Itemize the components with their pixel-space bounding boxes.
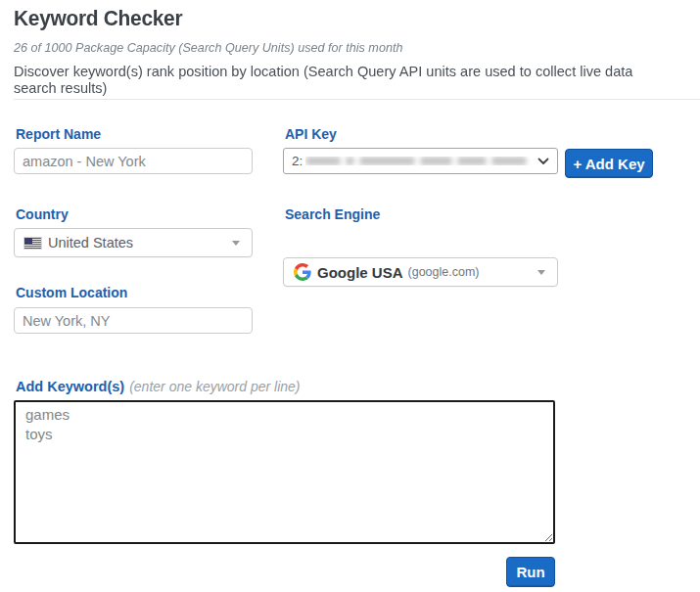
divider	[14, 99, 700, 100]
caret-down-icon	[537, 270, 545, 275]
caret-down-icon	[232, 241, 240, 246]
custom-location-label: Custom Location	[16, 285, 127, 300]
page-description: Discover keyword(s) rank position by loc…	[14, 63, 679, 96]
api-key-select[interactable]: 2:	[283, 148, 558, 174]
search-engine-label: Search Engine	[285, 206, 380, 222]
custom-location-input[interactable]	[14, 307, 253, 334]
google-icon	[294, 263, 311, 281]
country-value: United States	[48, 235, 133, 250]
search-engine-value: Google USA	[317, 264, 403, 281]
add-key-button[interactable]: + Add Key	[565, 149, 653, 178]
usage-note: 26 of 1000 Package Capacity (Search Quer…	[14, 40, 402, 55]
country-select[interactable]: United States	[14, 228, 253, 257]
page-title: Keyword Checker	[14, 6, 182, 31]
search-engine-select[interactable]: Google USA (google.com)	[283, 257, 558, 287]
search-engine-domain: (google.com)	[408, 265, 480, 279]
api-key-redacted-value	[305, 157, 537, 165]
api-key-prefix: 2:	[292, 154, 303, 168]
report-name-label: Report Name	[16, 126, 101, 142]
keywords-textarea[interactable]: games toys	[14, 400, 555, 544]
keywords-label: Add Keyword(s)	[16, 379, 124, 394]
run-button[interactable]: Run	[506, 557, 555, 587]
country-label: Country	[16, 206, 69, 222]
api-key-label: API Key	[285, 126, 337, 142]
us-flag-icon	[24, 238, 41, 249]
keywords-hint: (enter one keyword per line)	[129, 379, 300, 394]
report-name-input[interactable]	[14, 148, 253, 174]
chevron-down-icon	[537, 158, 549, 165]
